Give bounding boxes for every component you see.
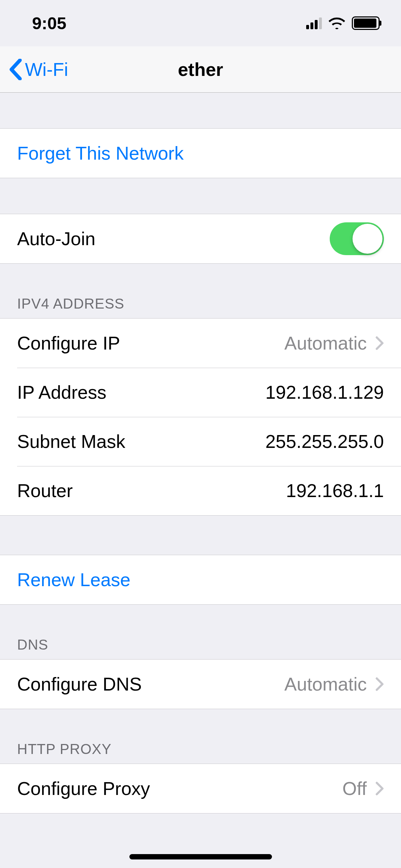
dns-group: Configure DNS Automatic: [0, 659, 401, 709]
ip-address-value: 192.168.1.129: [265, 382, 384, 403]
configure-ip-row[interactable]: Configure IP Automatic: [0, 319, 401, 368]
configure-ip-label: Configure IP: [17, 332, 120, 354]
wifi-icon: [328, 17, 345, 30]
configure-proxy-row[interactable]: Configure Proxy Off: [0, 764, 401, 813]
status-time: 9:05: [32, 14, 66, 33]
configure-proxy-label: Configure Proxy: [17, 778, 150, 799]
status-right: [306, 16, 380, 30]
chevron-right-icon: [375, 336, 384, 350]
dns-header: DNS: [0, 605, 401, 659]
chevron-right-icon: [375, 677, 384, 691]
chevron-left-icon: [9, 59, 22, 80]
forget-group: Forget This Network: [0, 128, 401, 178]
chevron-right-icon: [375, 781, 384, 796]
battery-icon: [352, 16, 380, 30]
proxy-group: Configure Proxy Off: [0, 764, 401, 813]
ip-address-row: IP Address 192.168.1.129: [0, 368, 401, 417]
ipv4-group: Configure IP Automatic IP Address 192.16…: [0, 318, 401, 516]
router-value: 192.168.1.1: [286, 480, 384, 501]
router-label: Router: [17, 480, 73, 501]
renew-lease-button[interactable]: Renew Lease: [0, 555, 401, 604]
ip-address-label: IP Address: [17, 382, 107, 403]
auto-join-row: Auto-Join: [0, 214, 401, 263]
configure-ip-value: Automatic: [284, 332, 367, 354]
subnet-mask-label: Subnet Mask: [17, 431, 125, 452]
proxy-header: HTTP PROXY: [0, 709, 401, 764]
subnet-mask-value: 255.255.255.0: [265, 431, 384, 452]
configure-dns-value: Automatic: [284, 673, 367, 695]
forget-network-button[interactable]: Forget This Network: [0, 129, 401, 178]
cellular-signal-icon: [306, 17, 322, 29]
auto-join-toggle[interactable]: [330, 222, 384, 255]
back-label: Wi-Fi: [25, 59, 68, 80]
configure-dns-label: Configure DNS: [17, 673, 142, 695]
content: Forget This Network Auto-Join IPV4 ADDRE…: [0, 93, 401, 813]
nav-bar: Wi-Fi ether: [0, 46, 401, 93]
back-button[interactable]: Wi-Fi: [0, 59, 68, 80]
home-indicator[interactable]: [129, 854, 272, 859]
page-title: ether: [178, 59, 223, 80]
subnet-mask-row: Subnet Mask 255.255.255.0: [0, 417, 401, 466]
status-bar: 9:05: [0, 0, 401, 46]
configure-proxy-value: Off: [343, 778, 367, 799]
ipv4-header: IPV4 ADDRESS: [0, 264, 401, 318]
router-row: Router 192.168.1.1: [0, 466, 401, 515]
renew-group: Renew Lease: [0, 555, 401, 605]
auto-join-group: Auto-Join: [0, 214, 401, 264]
configure-dns-row[interactable]: Configure DNS Automatic: [0, 660, 401, 709]
forget-network-label: Forget This Network: [17, 143, 184, 164]
auto-join-label: Auto-Join: [17, 228, 96, 249]
renew-lease-label: Renew Lease: [17, 569, 130, 590]
